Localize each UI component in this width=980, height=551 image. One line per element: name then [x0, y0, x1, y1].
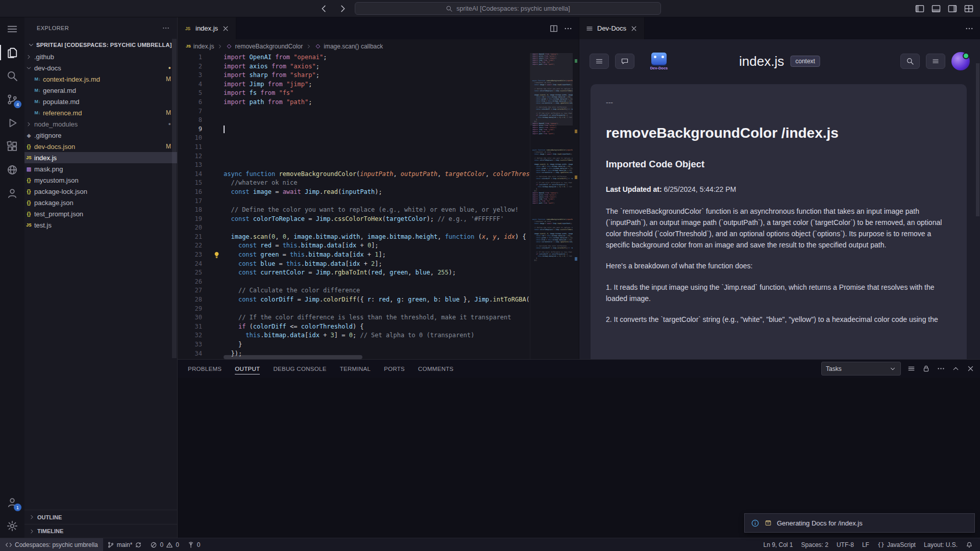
activity-accounts[interactable]: 1 [0, 491, 24, 514]
minimap[interactable]: import OpenAI from "openai";import axios… [530, 53, 573, 359]
lightbulb-icon[interactable] [213, 251, 220, 259]
activity-explorer[interactable] [0, 41, 24, 64]
history-nav [319, 4, 348, 14]
breadcrumb-item[interactable]: image.scan() callback [315, 43, 383, 50]
activity-run-debug[interactable] [0, 111, 24, 135]
tab-index-js[interactable]: JS index.js [178, 17, 236, 39]
forward-icon[interactable] [337, 4, 348, 14]
layout-toggle-layoutG-icon[interactable] [964, 4, 974, 14]
panel-more-icon[interactable] [937, 364, 945, 373]
activity-source-control[interactable]: 4 [0, 88, 24, 111]
status-cursor-position[interactable]: Ln 9, Col 1 [759, 538, 797, 551]
line-number: 16 [178, 188, 209, 197]
panel-chevU-icon[interactable] [951, 364, 960, 373]
status-problems[interactable]: 00 [146, 538, 183, 551]
layout-toggle-layoutL-icon[interactable] [915, 4, 925, 14]
status-encoding[interactable]: UTF-8 [832, 538, 858, 551]
status-language-mode[interactable]: {}JavaScript [873, 538, 920, 551]
status-remote-indicator[interactable]: Codespaces: psychic umbrella [0, 538, 103, 551]
status-ports-forwarded[interactable]: 0 [183, 538, 205, 551]
sidebar-section-timeline[interactable]: TIMELINE [24, 524, 177, 538]
tree-item-.gitignore[interactable]: ◆.gitignore [24, 130, 177, 141]
panel-tab-terminal[interactable]: TERMINAL [340, 360, 371, 378]
breadcrumb-item[interactable]: JSindex.js [186, 43, 214, 50]
activity-settings[interactable] [0, 514, 24, 538]
tree-item-mask.png[interactable]: ▨mask.png [24, 163, 177, 174]
status-notifications-bell[interactable] [962, 538, 977, 551]
split-editor-icon[interactable] [549, 24, 558, 33]
panel-tab-comments[interactable]: COMMENTS [418, 360, 453, 378]
sidebar-more-icon[interactable] [162, 24, 170, 32]
panel-tab-problems[interactable]: PROBLEMS [188, 360, 222, 378]
horizontal-scrollbar[interactable] [224, 355, 362, 359]
tree-item-test_prompt.json[interactable]: {}test_prompt.json [24, 208, 177, 219]
code-text: async function removeBackgroundColor(inp… [209, 170, 530, 179]
status-keyboard-layout[interactable]: Layout: U.S. [920, 538, 962, 551]
activity-menu[interactable] [0, 17, 24, 41]
line-number: 3 [178, 71, 209, 80]
editor-more-icon[interactable] [564, 24, 573, 33]
close-icon[interactable] [630, 24, 638, 33]
minimap-slider[interactable] [530, 53, 573, 126]
tree-item-context-index.js.md[interactable]: M↓context-index.js.mdM [24, 73, 177, 85]
editor-area: JS index.js JSindex.jsremoveBackgroundCo… [178, 17, 980, 538]
code-line: 30 // If the color difference is less th… [178, 313, 530, 322]
braces-icon: {} [877, 541, 885, 548]
panel-listmenu-icon[interactable] [907, 364, 916, 373]
status-eol[interactable]: LF [858, 538, 873, 551]
chevron-right-icon [24, 120, 33, 128]
panel-tab-ports[interactable]: PORTS [384, 360, 405, 378]
tree-item-populate.md[interactable]: M↓populate.md [24, 96, 177, 107]
output-channel-select[interactable]: Tasks [821, 362, 901, 375]
tab-devdocs[interactable]: Dev-Docs [579, 17, 645, 39]
tree-item-node_modules[interactable]: node_modules● [24, 118, 177, 130]
sync-icon [135, 541, 142, 548]
avatar[interactable] [951, 52, 970, 70]
code-editor[interactable]: 1import OpenAI from "openai";2import axi… [178, 53, 579, 359]
tree-item-general.md[interactable]: M↓general.md [24, 85, 177, 96]
tree-item-dev-docs.json[interactable]: {}dev-docs.jsonM [24, 141, 177, 152]
status-indentation[interactable]: Spaces: 2 [797, 538, 832, 551]
tree-item-mycustom.json[interactable]: {}mycustom.json [24, 174, 177, 186]
tree-item-.github[interactable]: .github [24, 51, 177, 62]
devdocs-menu-button[interactable] [590, 54, 609, 69]
devdocs-search-button[interactable] [900, 54, 920, 69]
code-text: const image = await Jimp.read(inputPath)… [209, 188, 382, 197]
command-center-search[interactable]: spriteAI [Codespaces: psychic umbrella] [355, 2, 661, 15]
status-git-branch[interactable]: main* [103, 538, 146, 551]
panel-tab-debug-console[interactable]: DEBUG CONSOLE [273, 360, 326, 378]
devdocs-scrollbar[interactable] [976, 63, 979, 216]
panel-close-icon[interactable] [966, 364, 975, 373]
layout-toggle-layoutR-icon[interactable] [947, 4, 958, 14]
tree-item-test.js[interactable]: JStest.js [24, 219, 177, 231]
devdocs-more-icon[interactable] [965, 24, 974, 33]
notification-toast[interactable]: Generating Docs for /index.js [744, 513, 975, 533]
devdocs-list-button[interactable] [926, 54, 945, 69]
activity-profile[interactable] [0, 182, 24, 205]
tree-item-index.js[interactable]: JSindex.js [24, 152, 177, 163]
devdocs-chat-button[interactable] [615, 54, 634, 69]
code-line: 28 const colorDiff = Jimp.colorDiff({ r:… [178, 295, 530, 305]
close-icon[interactable] [222, 24, 230, 33]
tree-item-package-lock.json[interactable]: {}package-lock.json [24, 186, 177, 197]
panel-tab-output[interactable]: OUTPUT [235, 360, 260, 378]
layout-toggle-layoutB-icon[interactable] [931, 4, 941, 14]
activity-search[interactable] [0, 64, 24, 88]
back-icon[interactable] [319, 4, 329, 14]
sidebar-section-outline[interactable]: OUTLINE [24, 510, 177, 524]
breadcrumb-item[interactable]: removeBackgroundColor [226, 43, 303, 50]
tree-item-package.json[interactable]: {}package.json [24, 197, 177, 208]
tree-item-dev-docs[interactable]: dev-docs● [24, 62, 177, 73]
code-text [209, 107, 224, 116]
sidebar-scrollbar[interactable] [172, 39, 177, 386]
tree-item-reference.md[interactable]: M↓reference.mdM [24, 107, 177, 118]
line-number: 8 [178, 116, 209, 125]
activity-extensions[interactable] [0, 135, 24, 158]
panel-lock-icon[interactable] [922, 364, 930, 373]
activity-remote-explorer[interactable] [0, 158, 24, 182]
code-text: import OpenAI from "openai"; [209, 53, 327, 62]
devdocs-logo[interactable]: Dev-Docs [648, 53, 670, 70]
line-number: 6 [178, 98, 209, 107]
code-text [209, 152, 224, 161]
workspace-root-row[interactable]: SPRITEAI [CODESPACES: PSYCHIC UMBRELLA] [24, 39, 177, 51]
